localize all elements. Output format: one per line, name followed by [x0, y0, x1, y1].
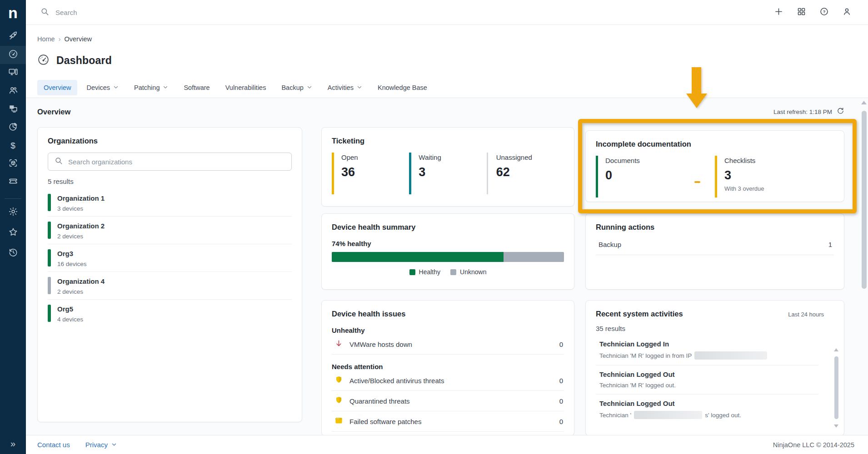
checklists-overdue-note: With 3 overdue [724, 185, 834, 192]
user-profile-button[interactable] [839, 5, 854, 20]
ticketing-card: Ticketing Open 36 Waiting 3 Unassigned 6… [321, 127, 574, 207]
tab-overview[interactable]: Overview [37, 80, 77, 95]
tab-patching[interactable]: Patching [128, 80, 175, 95]
patch-window-icon [334, 416, 343, 426]
org-status-bar [48, 222, 51, 239]
sidebar-item-end-users[interactable] [0, 82, 26, 100]
legend-unknown: Unknown [450, 268, 486, 276]
history-icon [8, 247, 18, 259]
organizations-search-input[interactable] [68, 158, 285, 166]
contact-us-link[interactable]: Contact us [37, 441, 70, 449]
legend-swatch-healthy [409, 269, 415, 275]
footer-links: Contact us Privacy [26, 441, 117, 449]
add-button[interactable] [771, 5, 786, 20]
sidebar-item-billing[interactable]: $ [0, 137, 26, 155]
activity-item[interactable]: Technician Logged Out Technician 'M R' l… [596, 365, 818, 395]
star-icon [8, 227, 18, 239]
sidebar-item-getting-started[interactable] [0, 28, 26, 46]
health-progress-bar[interactable] [332, 252, 564, 262]
tab-devices[interactable]: Devices [80, 80, 125, 95]
refresh-icon[interactable] [837, 107, 844, 116]
sidebar-item-remote-apps[interactable] [0, 100, 26, 118]
issue-row-quarantined-threats[interactable]: Quarantined threats 0 [332, 391, 564, 411]
search-icon [55, 157, 63, 167]
page-scrollbar [861, 100, 867, 436]
organization-list-item[interactable]: Organization 22 devices [48, 217, 292, 244]
stat-documents[interactable]: Documents 0 [596, 156, 715, 197]
dashboard-tabs: Overview Devices Patching Software Vulne… [37, 80, 434, 95]
organization-list-item[interactable]: Organization 13 devices [48, 189, 292, 217]
stat-waiting-tickets[interactable]: Waiting 3 [409, 153, 486, 194]
search-input[interactable] [55, 9, 283, 16]
organizations-results-count: 5 results [48, 178, 292, 185]
organization-list-item[interactable]: Org316 devices [48, 244, 292, 272]
running-actions-card: Running actions Backup 1 [585, 213, 844, 290]
scrollbar-up-arrow[interactable] [861, 101, 867, 104]
redacted-technician-name [634, 411, 702, 419]
organizations-title: Organizations [48, 137, 292, 145]
breadcrumb-current: Overview [65, 35, 92, 43]
activities-time-range: Last 24 hours [788, 311, 834, 318]
privacy-link[interactable]: Privacy [85, 441, 117, 449]
gear-icon [8, 207, 18, 218]
issue-row-failed-software-patches[interactable]: Failed software patches 0 [332, 411, 564, 432]
chevron-down-icon [307, 84, 312, 91]
chevron-down-icon [113, 84, 119, 91]
help-button[interactable]: ? [816, 5, 832, 20]
copyright-text: NinjaOne LLC © 2014-2025 [773, 441, 868, 449]
sidebar-item-administration[interactable] [0, 203, 26, 222]
cube-scan-icon [8, 158, 18, 170]
apps-grid-button[interactable] [793, 5, 809, 20]
organizations-search[interactable] [48, 153, 292, 171]
ninjaone-logo[interactable]: n [0, 0, 26, 25]
org-status-bar [48, 249, 51, 266]
sidebar-expand-button[interactable]: » [0, 436, 26, 451]
scrollbar-down-arrow[interactable] [834, 424, 838, 428]
stat-open-tickets[interactable]: Open 36 [332, 153, 409, 194]
redacted-ip [694, 351, 767, 360]
activity-item[interactable]: Technician Logged In Technician 'M R' lo… [596, 335, 818, 365]
breadcrumb: Home › Overview [37, 35, 92, 43]
sidebar-item-recent-history[interactable] [0, 244, 26, 262]
section-title: Overview [37, 108, 70, 116]
stat-unassigned-tickets[interactable]: Unassigned 62 [487, 153, 564, 194]
global-search[interactable] [26, 7, 771, 18]
organizations-card: Organizations 5 results Organization 13 … [37, 127, 302, 422]
scrollbar-up-arrow[interactable] [834, 348, 838, 351]
stat-checklists[interactable]: Checklists 3 With 3 overdue [715, 156, 834, 197]
activity-item[interactable]: Technician Logged Out Technician 's' log… [596, 395, 818, 424]
double-chevron-right-icon: » [10, 439, 15, 449]
sidebar-item-reporting[interactable] [0, 118, 26, 137]
tab-vulnerabilities[interactable]: Vulnerabilities [219, 80, 273, 95]
tab-backup[interactable]: Backup [275, 80, 318, 95]
device-health-summary-title: Device health summary [332, 223, 564, 232]
windows-icon [8, 104, 18, 115]
dashboard-gauge-icon [37, 54, 50, 68]
scrollbar-thumb[interactable] [862, 111, 867, 289]
down-arrow-icon [334, 339, 343, 349]
tab-activities[interactable]: Activities [321, 80, 369, 95]
sidebar-item-favorites[interactable] [0, 224, 26, 242]
sidebar-item-ticketing[interactable] [0, 173, 26, 191]
breadcrumb-separator: › [59, 35, 61, 43]
running-action-row[interactable]: Backup 1 [596, 241, 834, 255]
issue-row-vmware-hosts-down[interactable]: VMWare hosts down 0 [332, 334, 564, 355]
tab-software[interactable]: Software [177, 80, 216, 95]
recent-activities-card: Recent system activities Last 24 hours 3… [585, 300, 844, 436]
action-label: Backup [599, 241, 621, 248]
tab-knowledge-base[interactable]: Knowledge Base [371, 80, 434, 95]
breadcrumb-home[interactable]: Home [37, 35, 55, 43]
issue-row-antivirus-threats[interactable]: Active/Blocked antivirus threats 0 [332, 370, 564, 391]
organization-list-item[interactable]: Organization 42 devices [48, 272, 292, 300]
person-icon [842, 7, 852, 18]
legend-healthy: Healthy [409, 268, 440, 276]
scrollbar-thumb[interactable] [834, 356, 838, 419]
sidebar-item-devices[interactable] [0, 64, 26, 82]
sidebar-item-dashboard[interactable] [0, 46, 26, 64]
sidebar-item-assets[interactable] [0, 155, 26, 173]
last-refresh-text: Last refresh: 1:18 PM [773, 109, 832, 115]
shield-icon [334, 375, 343, 385]
organization-list-item[interactable]: Org54 devices [48, 300, 292, 327]
health-progress-fill [332, 252, 504, 262]
device-health-issues-card: Device health issues Unhealthy VMWare ho… [321, 300, 574, 436]
